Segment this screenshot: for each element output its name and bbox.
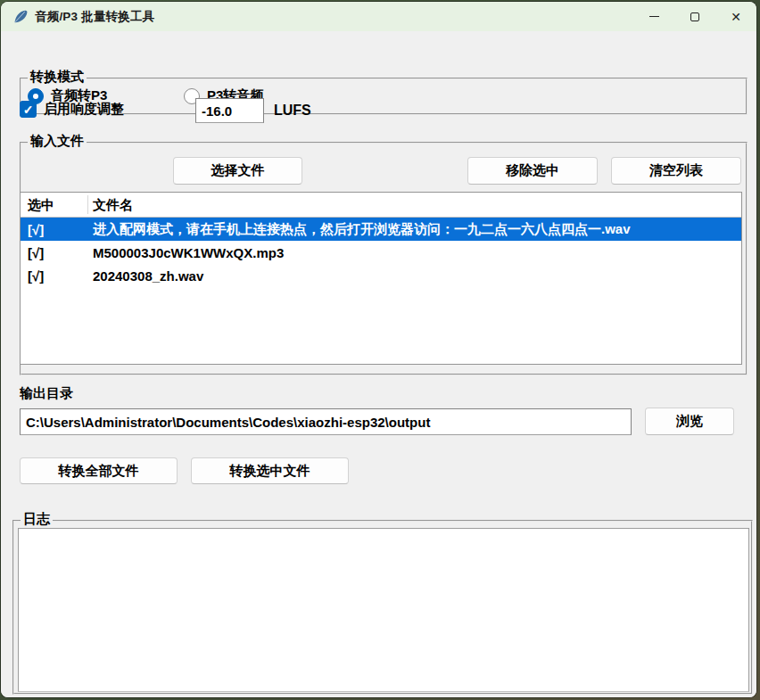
window-title: 音频/P3 批量转换工具 bbox=[35, 9, 154, 25]
table-row[interactable]: [√] M500003J0cWK1WWxQX.mp3 bbox=[21, 241, 741, 264]
convert-all-button[interactable]: 转换全部文件 bbox=[20, 457, 178, 484]
row-filename-cell: 进入配网模式，请在手机上连接热点，然后打开浏览器访问：一九二点一六八点四点一.w… bbox=[93, 221, 738, 238]
mode-group: 转换模式 音频转P3 P3转音频 bbox=[20, 78, 748, 115]
row-filename-cell: 20240308_zh.wav bbox=[93, 268, 738, 284]
checkbox-checked-icon: ✓ bbox=[20, 101, 37, 118]
close-icon: ✕ bbox=[731, 11, 741, 23]
loudness-checkbox-label: 启用响度调整 bbox=[44, 101, 124, 118]
convert-selected-button[interactable]: 转换选中文件 bbox=[191, 457, 349, 484]
maximize-button[interactable] bbox=[674, 2, 715, 31]
main-content: 转换模式 音频转P3 P3转音频 ✓ 启用响度调整 -16.0 LUFS 输入文… bbox=[1, 31, 756, 697]
browse-button[interactable]: 浏览 bbox=[645, 408, 734, 435]
log-textarea[interactable] bbox=[18, 528, 749, 692]
output-dir-label: 输出目录 bbox=[20, 385, 73, 402]
row-checked-cell: [√] bbox=[28, 222, 44, 237]
app-window: 音频/P3 批量转换工具 ✕ 转换模式 音频转P3 P3转音频 bbox=[1, 2, 756, 697]
maximize-icon bbox=[690, 12, 699, 21]
minimize-icon bbox=[649, 16, 659, 17]
tk-feather-icon bbox=[12, 9, 28, 24]
table-row[interactable]: [√] 20240308_zh.wav bbox=[21, 264, 741, 287]
lufs-input[interactable]: -16.0 bbox=[195, 98, 264, 123]
log-group-label: 日志 bbox=[21, 511, 53, 528]
row-checked-cell: [√] bbox=[28, 268, 44, 284]
table-row[interactable]: [√] 进入配网模式，请在手机上连接热点，然后打开浏览器访问：一九二点一六八点四… bbox=[21, 218, 741, 241]
row-checked-cell: [√] bbox=[28, 245, 44, 260]
loudness-checkbox[interactable]: ✓ 启用响度调整 bbox=[20, 101, 124, 118]
header-divider[interactable] bbox=[87, 195, 88, 214]
header-filename[interactable]: 文件名 bbox=[93, 193, 133, 218]
file-table-header[interactable]: 选中 文件名 bbox=[21, 193, 741, 218]
header-checked[interactable]: 选中 bbox=[28, 193, 54, 218]
lufs-unit-label: LUFS bbox=[274, 103, 311, 119]
file-table[interactable]: 选中 文件名 [√] 进入配网模式，请在手机上连接热点，然后打开浏览器访问：一九… bbox=[20, 192, 742, 365]
input-files-group-label: 输入文件 bbox=[28, 133, 87, 150]
log-group: 日志 bbox=[12, 520, 753, 695]
select-files-button[interactable]: 选择文件 bbox=[173, 157, 302, 185]
clear-list-button[interactable]: 清空列表 bbox=[611, 157, 741, 185]
close-button[interactable]: ✕ bbox=[715, 2, 756, 31]
minimize-button[interactable] bbox=[633, 2, 674, 31]
titlebar[interactable]: 音频/P3 批量转换工具 ✕ bbox=[1, 2, 756, 31]
row-filename-cell: M500003J0cWK1WWxQX.mp3 bbox=[93, 245, 738, 260]
remove-selected-button[interactable]: 移除选中 bbox=[467, 157, 598, 185]
mode-group-label: 转换模式 bbox=[28, 69, 87, 86]
window-controls: ✕ bbox=[633, 2, 756, 31]
output-dir-input[interactable]: C:\Users\Administrator\Documents\Codes\x… bbox=[20, 408, 632, 435]
